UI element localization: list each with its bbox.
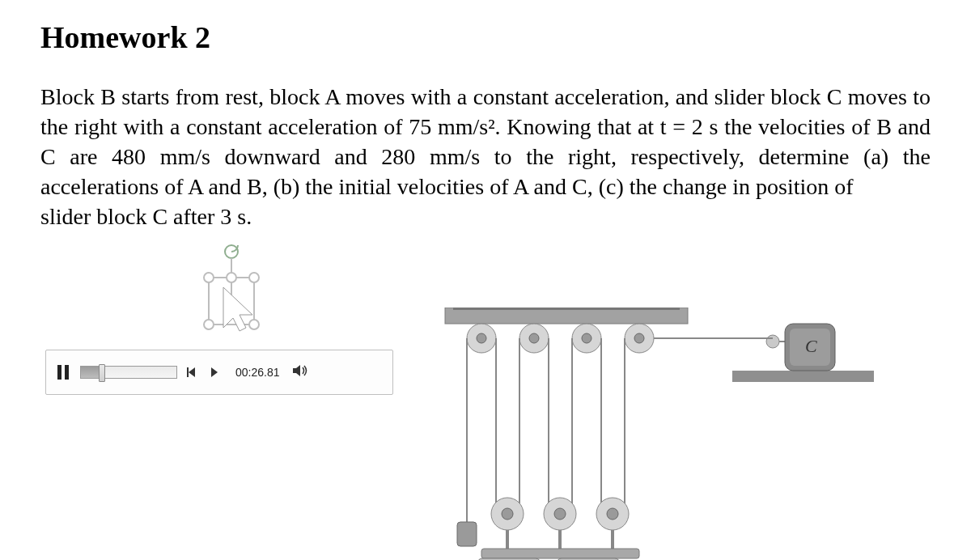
svg-marker-16	[293, 365, 300, 376]
volume-button[interactable]	[293, 364, 309, 380]
pulley-diagram: C	[413, 308, 874, 560]
svg-rect-54	[481, 549, 639, 558]
svg-point-51	[607, 508, 618, 520]
svg-marker-13	[189, 367, 195, 377]
problem-statement: Block B starts from rest, block A moves …	[40, 83, 931, 202]
pause-button[interactable]	[54, 363, 72, 381]
step-back-button[interactable]	[185, 365, 200, 380]
svg-point-2	[204, 273, 214, 282]
step-forward-button[interactable]	[208, 365, 223, 380]
svg-marker-15	[211, 367, 218, 377]
svg-rect-14	[187, 367, 189, 377]
svg-rect-53	[457, 522, 477, 546]
svg-point-45	[502, 508, 513, 520]
step-back-icon	[187, 367, 198, 378]
problem-statement-tail: slider block C after 3 s.	[40, 202, 348, 232]
media-player: 00:26.81	[45, 350, 393, 395]
svg-rect-18	[453, 308, 680, 310]
svg-point-10	[204, 320, 214, 329]
animation-cursor-icon	[191, 240, 272, 337]
volume-icon	[293, 364, 309, 377]
page-title: Homework 2	[40, 19, 931, 55]
progress-bar[interactable]	[80, 366, 177, 379]
svg-point-27	[582, 333, 592, 343]
time-display: 00:26.81	[235, 366, 280, 379]
svg-point-21	[477, 333, 486, 343]
svg-point-48	[554, 508, 566, 520]
pause-icon	[57, 365, 69, 380]
svg-rect-34	[732, 371, 874, 382]
svg-point-11	[249, 320, 259, 329]
svg-point-31	[766, 335, 779, 348]
player-controls: 00:26.81	[45, 350, 393, 395]
progress-handle[interactable]	[99, 364, 105, 382]
svg-point-30	[634, 333, 644, 343]
svg-point-3	[227, 273, 236, 282]
svg-point-24	[529, 333, 539, 343]
label-C: C	[805, 336, 817, 356]
svg-point-4	[249, 273, 259, 282]
step-forward-icon	[210, 367, 221, 378]
